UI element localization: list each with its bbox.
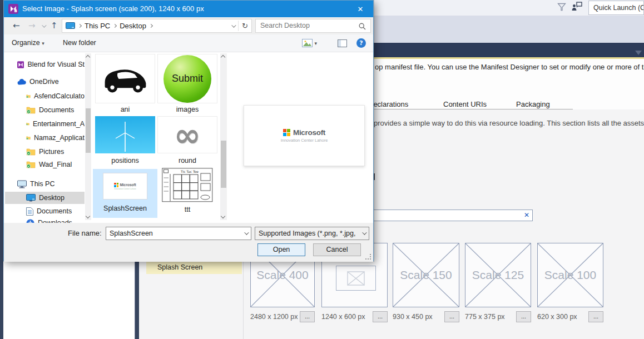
scroll-up-icon[interactable] (86, 55, 90, 59)
file-thumbnail-positions[interactable] (95, 116, 155, 153)
asset-list-item-splash-screen[interactable]: Splash Screen (146, 261, 242, 274)
crumb-desktop[interactable]: Desktop (120, 22, 146, 30)
tab-declarations[interactable]: Declarations (368, 100, 408, 108)
file-label[interactable]: positions (95, 157, 155, 164)
file-thumbnail-round[interactable]: ∞ (157, 116, 217, 153)
documents-icon (26, 207, 33, 216)
open-button[interactable]: Open (257, 243, 305, 256)
scrollbar-thumb[interactable] (221, 141, 226, 188)
history-chevron-icon[interactable] (42, 23, 46, 27)
forward-icon[interactable]: → (28, 19, 36, 32)
crumb-this-pc[interactable]: This PC (85, 22, 110, 30)
sidebar-item-documents-onedrive[interactable]: Documents (5, 104, 85, 116)
file-name-value: SplashScreen (110, 230, 244, 237)
breadcrumb[interactable]: This PC Desktop ↻ (62, 19, 252, 33)
file-thumbnail-images[interactable]: Submit (157, 54, 217, 103)
refresh-icon[interactable]: ↻ (242, 22, 248, 30)
sidebar-item-pictures[interactable]: Pictures (5, 146, 85, 158)
submit-button-image: Submit (164, 55, 211, 103)
sidebar-item-entertainment[interactable]: Entertainment_A (5, 118, 85, 130)
crumb-separator-icon[interactable] (113, 24, 117, 28)
svg-text:Tic Tac Toe: Tic Tac Toe (180, 170, 199, 173)
scale-size-text: 1240 x 600 px (321, 313, 365, 321)
search-icon[interactable] (359, 23, 366, 30)
sidebar-item-asfendcalculator[interactable]: AsfendCalculato (5, 90, 85, 102)
file-label[interactable]: images (157, 106, 217, 113)
back-icon[interactable]: ← (13, 19, 20, 32)
feedback-smiley-icon[interactable] (557, 3, 566, 12)
file-label[interactable]: ani (95, 106, 155, 113)
preview-pane-icon[interactable] (338, 39, 347, 47)
scroll-up-icon[interactable] (221, 55, 225, 59)
scrollbar-thumb[interactable] (86, 108, 91, 153)
sidebar-item-downloads[interactable]: Downloads (5, 217, 85, 223)
quick-launch-input[interactable]: Quick Launch (Ctrl+Q) (588, 1, 644, 15)
sidebar-item-documents[interactable]: Documents (5, 205, 85, 217)
sidebar-item-namaz[interactable]: Namaz_Applicat (5, 132, 85, 144)
dialog-title: Select Image - Splash screen (scale 200)… (22, 1, 204, 17)
scale-100-asset: Scale 100 620 x 300 px ... (537, 243, 603, 322)
sidebar-item-this-pc[interactable]: This PC (5, 178, 85, 190)
sidebar-item-desktop[interactable]: Desktop (5, 192, 85, 204)
synced-folder-icon (26, 161, 36, 168)
scale-label: Scale 150 (393, 243, 459, 307)
resize-grip[interactable] (366, 255, 371, 260)
tab-packaging[interactable]: Packaging (516, 100, 550, 108)
clear-filter-icon[interactable]: ✕ (524, 211, 529, 219)
search-input[interactable]: Search Desktop (255, 19, 371, 33)
scale-150-asset: Scale 150 930 x 450 px ... (393, 243, 459, 322)
file-name-label: File name: (68, 229, 102, 237)
sidebar-item-blend[interactable]: Blend for Visual St (5, 58, 85, 71)
tab-content-uris[interactable]: Content URIs (443, 100, 487, 108)
asset-filter-input[interactable]: ✕ (368, 210, 533, 221)
help-icon[interactable]: ? (356, 38, 366, 48)
send-feedback-icon[interactable] (572, 2, 582, 11)
svg-text:B: B (14, 9, 17, 13)
file-name-input[interactable]: SplashScreen (106, 227, 251, 240)
browse-image-button[interactable]: ... (516, 311, 531, 322)
file-thumbnail-ttt[interactable]: Tic Tac Toe (162, 168, 213, 205)
dialog-titlebar[interactable]: B Select Image - Splash screen (scale 20… (4, 1, 373, 17)
cancel-button[interactable]: Cancel (313, 243, 361, 256)
sidebar-label: Entertainment_A (33, 120, 85, 128)
scroll-down-icon[interactable] (86, 214, 90, 218)
file-name-dropdown-icon[interactable] (244, 230, 249, 235)
file-type-value: Supported Images (*.png, *.jpg, (259, 230, 362, 237)
close-icon[interactable]: ✕ (348, 1, 373, 17)
tab-overflow-icon[interactable] (635, 51, 642, 55)
file-label[interactable]: SplashScreen (93, 205, 157, 212)
this-pc-icon (17, 180, 27, 188)
file-thumbnail-splashscreen-selected[interactable]: Microsoft Innovation Center Lahore Splas… (93, 169, 157, 218)
desktop-mini-icon (66, 22, 75, 30)
sidebar-label: Documents (39, 106, 74, 114)
scale-100-dropzone[interactable]: Scale 100 (537, 243, 603, 307)
sidebar-label: Documents (37, 207, 72, 215)
synced-folder-icon (26, 106, 36, 114)
filelist-scrollbar[interactable] (220, 53, 227, 220)
scale-125-dropzone[interactable]: Scale 125 (465, 243, 531, 307)
crumb-separator-icon[interactable] (149, 24, 153, 28)
browse-image-button[interactable]: ... (300, 311, 315, 322)
file-label[interactable]: round (157, 157, 217, 164)
blend-app-icon: B (8, 4, 18, 14)
new-folder-button[interactable]: New folder (63, 39, 96, 47)
scroll-down-icon[interactable] (221, 214, 225, 218)
organize-button[interactable]: Organize ▾ (12, 39, 44, 47)
file-type-dropdown-icon (362, 230, 366, 235)
file-label[interactable]: ttt (157, 206, 217, 213)
ms-subtitle-text: Innovation Center Lahore (281, 138, 328, 143)
up-icon[interactable]: ↑ (51, 19, 58, 32)
clipped-text-fragment (374, 173, 375, 180)
sidebar-scrollbar[interactable] (85, 53, 91, 220)
address-dropdown-icon[interactable] (231, 23, 236, 27)
synced-folder-icon (26, 134, 31, 142)
sidebar-item-wad-final[interactable]: Wad_Final (5, 158, 85, 171)
sidebar-item-onedrive[interactable]: OneDrive (5, 76, 85, 88)
browse-image-button[interactable]: ... (373, 311, 388, 322)
view-mode-button[interactable]: ▾ (302, 39, 317, 49)
browse-image-button[interactable]: ... (444, 311, 459, 322)
scale-150-dropzone[interactable]: Scale 150 (393, 243, 459, 307)
file-thumbnail-ani[interactable] (95, 54, 155, 103)
file-type-select[interactable]: Supported Images (*.png, *.jpg, (255, 227, 369, 240)
browse-image-button[interactable]: ... (588, 311, 603, 322)
